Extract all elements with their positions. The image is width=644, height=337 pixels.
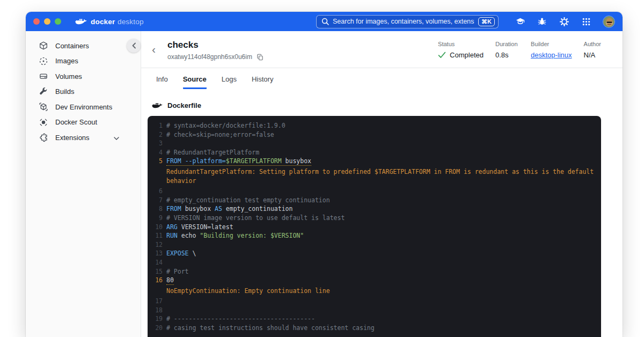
code-text: FROM busybox AS empty_continuation bbox=[163, 204, 601, 214]
global-search[interactable]: ⌘K bbox=[316, 15, 499, 28]
report-bug-button[interactable] bbox=[537, 16, 547, 27]
main-content: ‹ checks oxatwy114of48gpnh6sx0u6im bbox=[141, 31, 623, 337]
line-number: 20 bbox=[148, 324, 163, 333]
line-number: 17 bbox=[148, 297, 163, 306]
code-text bbox=[163, 240, 601, 250]
chevron-left-icon bbox=[131, 42, 136, 49]
build-header: ‹ checks oxatwy114of48gpnh6sx0u6im bbox=[141, 31, 623, 68]
code-block[interactable]: 1# syntax=docker/dockerfile:1.9.02# chec… bbox=[148, 116, 601, 337]
sidebar-item-dev-environments[interactable]: Dev Environments bbox=[26, 99, 141, 115]
tab-history[interactable]: History bbox=[252, 75, 273, 89]
desktop-background: docker desktop ⌘K bbox=[0, 0, 644, 337]
sidebar-item-label: Docker Scout bbox=[55, 118, 97, 126]
user-avatar[interactable] bbox=[603, 16, 615, 28]
dev-environments-icon bbox=[39, 102, 48, 112]
author-value: N/A bbox=[584, 51, 596, 59]
line-number: 5 bbox=[148, 157, 163, 166]
dockerfile-label: Dockerfile bbox=[167, 101, 201, 109]
graduation-cap-icon bbox=[515, 17, 525, 27]
code-text bbox=[163, 258, 601, 267]
line-number: 8 bbox=[148, 204, 163, 214]
sidebar-item-containers[interactable]: Containers bbox=[26, 38, 141, 54]
code-text: # syntax=docker/dockerfile:1.9.0 bbox=[163, 121, 601, 130]
code-text: # casing test instructions should have c… bbox=[163, 324, 601, 333]
copy-icon[interactable] bbox=[257, 54, 264, 61]
zoom-window-button[interactable] bbox=[55, 18, 61, 25]
code-line: 13EXPOSE \ bbox=[148, 249, 601, 258]
line-number: 16 bbox=[148, 276, 163, 285]
learning-center-button[interactable] bbox=[515, 16, 525, 27]
settings-button[interactable] bbox=[559, 16, 569, 27]
sidebar-item-label: Images bbox=[55, 57, 78, 65]
volumes-icon bbox=[39, 71, 48, 81]
gear-icon bbox=[559, 17, 569, 27]
code-line: 1# syntax=docker/dockerfile:1.9.0 bbox=[148, 121, 601, 130]
code-line: 1680 bbox=[148, 276, 601, 285]
code-text bbox=[163, 306, 601, 315]
line-number: 4 bbox=[148, 148, 163, 157]
close-window-button[interactable] bbox=[33, 18, 40, 25]
code-text: EXPOSE \ bbox=[163, 249, 601, 258]
search-icon bbox=[321, 18, 329, 25]
code-text bbox=[163, 139, 601, 148]
author-label: Author bbox=[584, 41, 601, 47]
grid-dots-icon bbox=[582, 17, 591, 26]
sidebar-item-docker-scout[interactable]: Docker Scout bbox=[26, 115, 141, 130]
status-value: Completed bbox=[450, 51, 484, 59]
check-icon bbox=[438, 52, 446, 58]
minimize-window-button[interactable] bbox=[44, 18, 50, 25]
code-text: 80 bbox=[163, 276, 601, 285]
lint-warning: RedundantTargetPlatform: Setting platfor… bbox=[148, 167, 601, 185]
code-line: 17 bbox=[148, 297, 601, 306]
sidebar-item-volumes[interactable]: Volumes bbox=[26, 69, 141, 84]
sidebar-item-label: Volumes bbox=[55, 72, 82, 80]
sidebar-item-images[interactable]: Images bbox=[26, 54, 141, 69]
docker-scout-icon bbox=[39, 118, 48, 127]
code-line: 2# check=skip=none;error=false bbox=[148, 130, 601, 140]
line-number: 15 bbox=[148, 267, 163, 276]
code-text: # check=skip=none;error=false bbox=[163, 130, 601, 140]
docker-desktop-window: docker desktop ⌘K bbox=[26, 12, 623, 337]
code-text: # RedundantTargetPlatform bbox=[163, 148, 601, 157]
code-line: 19# ------------------------------------… bbox=[148, 314, 601, 324]
tab-info[interactable]: Info bbox=[156, 75, 168, 89]
line-number: 6 bbox=[148, 187, 163, 196]
line-number: 19 bbox=[148, 314, 163, 324]
extensions-puzzle-icon bbox=[39, 133, 48, 142]
code-line: 11RUN echo "Building version: $VERSION" bbox=[148, 231, 601, 240]
sidebar: Containers Images Volumes bbox=[26, 31, 141, 337]
page-title: checks bbox=[167, 39, 264, 50]
line-number: 11 bbox=[148, 231, 163, 240]
line-number: 14 bbox=[148, 258, 163, 267]
sidebar-item-builds[interactable]: Builds bbox=[26, 84, 141, 100]
code-text: # empty_continuation test empty continua… bbox=[163, 196, 601, 205]
line-number: 3 bbox=[148, 139, 163, 148]
dockerfile-whale-icon bbox=[152, 101, 163, 109]
apps-menu-button[interactable] bbox=[581, 16, 591, 27]
code-text: # Port bbox=[163, 267, 601, 276]
collapse-sidebar-button[interactable] bbox=[127, 39, 141, 53]
logo-text-docker: docker bbox=[91, 18, 115, 26]
code-text: FROM --platform=$TARGETPLATFORM busybox bbox=[163, 157, 601, 166]
code-line: 10ARG VERSION=latest bbox=[148, 223, 601, 232]
sidebar-item-extensions[interactable]: Extensions bbox=[26, 130, 141, 145]
code-text bbox=[163, 187, 601, 196]
code-text: RUN echo "Building version: $VERSION" bbox=[163, 231, 601, 240]
sidebar-item-label: Dev Environments bbox=[55, 103, 112, 111]
code-line: 9# VERSION image version to use default … bbox=[148, 214, 601, 223]
duration-label: Duration bbox=[495, 41, 519, 47]
code-text: # -------------------------------------- bbox=[163, 314, 601, 324]
dockerfile-row: Dockerfile bbox=[152, 101, 623, 109]
builder-link[interactable]: desktop-linux bbox=[531, 51, 572, 59]
search-shortcut-badge: ⌘K bbox=[478, 17, 495, 26]
chevron-down-icon[interactable] bbox=[114, 134, 119, 142]
back-button[interactable]: ‹ bbox=[152, 44, 159, 68]
build-id: oxatwy114of48gpnh6sx0u6im bbox=[167, 53, 252, 61]
search-input[interactable] bbox=[333, 18, 474, 25]
tab-source[interactable]: Source bbox=[183, 75, 207, 89]
tab-logs[interactable]: Logs bbox=[222, 75, 237, 89]
containers-icon bbox=[39, 41, 48, 50]
code-line: 4# RedundantTargetPlatform bbox=[148, 148, 601, 157]
code-text: ARG VERSION=latest bbox=[163, 223, 601, 232]
line-number: 1 bbox=[148, 121, 163, 130]
